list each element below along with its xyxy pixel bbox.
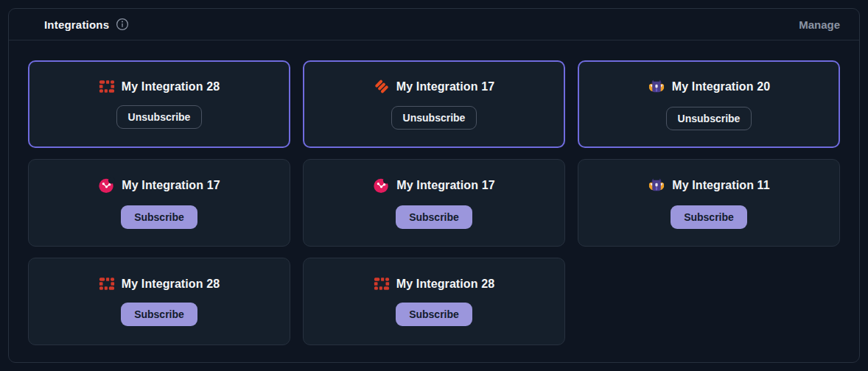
manage-button[interactable]: Manage [799, 18, 840, 31]
mascot-icon [648, 177, 665, 194]
unsubscribe-button[interactable]: Unsubscribe [116, 105, 203, 129]
integration-title: My Integration 11 [672, 179, 769, 192]
mascot-icon [648, 78, 665, 95]
integration-card: My Integration 20 Unsubscribe [578, 60, 840, 148]
integration-card: My Integration 17 Subscribe [303, 159, 565, 247]
card-header: My Integration 17 [373, 177, 494, 194]
integration-title: My Integration 28 [122, 278, 220, 291]
subscribe-button[interactable]: Subscribe [396, 205, 472, 229]
integration-card: My Integration 28 Subscribe [28, 258, 290, 345]
card-header: My Integration 17 [98, 177, 220, 194]
integration-title: My Integration 28 [396, 278, 494, 291]
panel-title: Integrations [44, 18, 109, 31]
subscribe-button[interactable]: Subscribe [671, 205, 747, 229]
subscribe-button[interactable]: Subscribe [396, 303, 472, 326]
integration-card: My Integration 28 Unsubscribe [28, 60, 290, 148]
integration-title: My Integration 20 [672, 80, 770, 93]
card-header: My Integration 11 [648, 177, 769, 194]
integration-title: My Integration 17 [396, 80, 494, 93]
integrations-grid: My Integration 28 Unsubscribe My Integra… [9, 40, 859, 364]
panel-header: Integrations Manage [9, 9, 859, 40]
subscribe-button[interactable]: Subscribe [121, 303, 197, 326]
card-header: My Integration 20 [648, 78, 770, 95]
red-grid-icon [99, 277, 115, 291]
card-header: My Integration 28 [374, 277, 494, 291]
integration-card: My Integration 17 Subscribe [28, 159, 290, 247]
unsubscribe-button[interactable]: Unsubscribe [391, 106, 477, 130]
info-icon[interactable] [116, 18, 129, 31]
stripes-icon [374, 79, 390, 94]
integrations-panel: Integrations Manage My Integration 28 Un… [8, 8, 860, 363]
integration-title: My Integration 17 [122, 179, 220, 192]
network-icon [98, 177, 115, 194]
red-grid-icon [374, 277, 390, 291]
card-header: My Integration 17 [374, 79, 494, 94]
subscribe-button[interactable]: Subscribe [121, 205, 197, 229]
network-icon [373, 177, 390, 194]
integration-card: My Integration 17 Unsubscribe [303, 60, 565, 148]
red-grid-icon [99, 80, 115, 93]
integration-title: My Integration 28 [122, 80, 220, 93]
unsubscribe-button[interactable]: Unsubscribe [666, 107, 752, 130]
integration-card: My Integration 11 Subscribe [578, 159, 840, 247]
card-header: My Integration 28 [99, 277, 220, 291]
integration-card: My Integration 28 Subscribe [303, 258, 565, 345]
card-header: My Integration 28 [99, 80, 220, 93]
integration-title: My Integration 17 [396, 179, 494, 192]
